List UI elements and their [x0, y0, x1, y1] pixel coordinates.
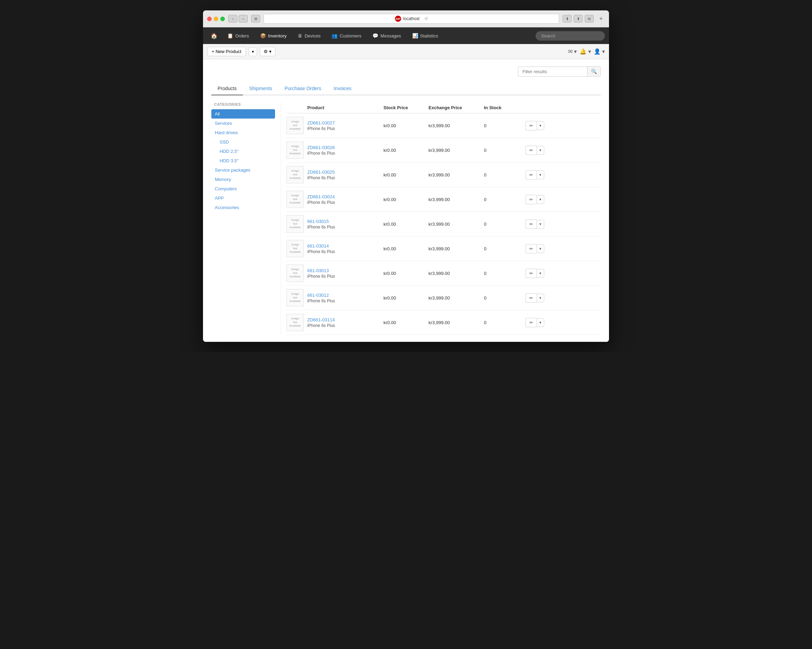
nav-search-input[interactable] [536, 31, 605, 41]
nav-item-statistics[interactable]: 📊 Statistics [408, 30, 443, 41]
product-image: ImageNotAvailable [287, 215, 304, 233]
nav-item-devices[interactable]: 🖥 Devices [293, 30, 325, 41]
user-icon-button[interactable]: 👤 ▾ [594, 48, 605, 55]
nav-item-orders[interactable]: 📋 Orders [223, 30, 254, 41]
product-stock-price: kr0.00 [383, 246, 429, 251]
tab-products[interactable]: Products [211, 82, 243, 95]
new-product-dropdown[interactable]: ▾ [249, 47, 257, 56]
sidebar-item-hdd35[interactable]: HDD 3,5" [211, 156, 275, 165]
traffic-lights [207, 17, 225, 21]
edit-button[interactable]: ✏ [525, 121, 537, 130]
product-image: ImageNotAvailable [287, 191, 304, 208]
sidebar-item-memory[interactable]: Memory [211, 175, 275, 184]
sidebar-item-all[interactable]: All [211, 109, 275, 119]
new-product-label: + New Product [212, 49, 241, 54]
product-list: ImageNotAvailable ZD661-03027 iPhone 6s … [287, 113, 601, 335]
product-sku-link[interactable]: 661-03014 [307, 243, 329, 249]
product-sku-link[interactable]: ZD661-03024 [307, 194, 335, 199]
product-in-stock: 0 [484, 320, 525, 325]
tabs: Products Shipments Purchase Orders Invoi… [211, 82, 601, 95]
content-area: CATEGORIES All Services Hard drives SSD … [211, 102, 601, 335]
product-sku-link[interactable]: 661-03015 [307, 219, 329, 224]
product-image-cell: ImageNotAvailable [287, 265, 307, 282]
filter-input[interactable] [518, 67, 587, 77]
tab-shipments[interactable]: Shipments [243, 82, 278, 95]
nav-item-customers[interactable]: 👥 Customers [327, 30, 366, 41]
add-tab-button[interactable]: + [597, 15, 605, 23]
edit-button[interactable]: ✏ [525, 269, 537, 278]
product-info-cell: ZD661-03024 iPhone 6s Plus [307, 194, 383, 205]
sidebar-item-computers[interactable]: Computers [211, 184, 275, 193]
bell-icon-button[interactable]: 🔔 ▾ [580, 48, 591, 55]
product-exchange-price: kr3,999.00 [429, 197, 484, 202]
mail-icon-button[interactable]: ✉ ▾ [568, 48, 577, 55]
table-row: ImageNotAvailable 661-03014 iPhone 6s Pl… [287, 236, 601, 261]
nav-label-customers: Customers [339, 33, 361, 38]
close-button[interactable] [207, 17, 212, 21]
back-button[interactable]: ‹ [228, 15, 237, 23]
edit-button[interactable]: ✏ [525, 145, 537, 155]
edit-button[interactable]: ✏ [525, 318, 537, 327]
table-row: ImageNotAvailable 661-03013 iPhone 6s Pl… [287, 261, 601, 286]
sidebar-item-hdd25[interactable]: HDD 2,5" [211, 147, 275, 156]
gear-button[interactable]: ⚙ ▾ [260, 47, 275, 56]
sidebar-item-service-packages[interactable]: Service packages [211, 165, 275, 175]
product-sku-link[interactable]: ZD661-03027 [307, 120, 335, 126]
tab-purchase-orders[interactable]: Purchase Orders [278, 82, 327, 95]
product-image: ImageNotAvailable [287, 166, 304, 184]
product-actions: ✏ ▾ [525, 121, 553, 130]
download-button[interactable]: ⬇ [563, 15, 572, 23]
edit-button[interactable]: ✏ [525, 244, 537, 253]
action-dropdown-button[interactable]: ▾ [537, 121, 544, 130]
product-image-cell: ImageNotAvailable [287, 215, 307, 233]
address-bar[interactable]: ABP localhost ↺ [264, 14, 559, 24]
nav-home[interactable]: 🏠 [207, 30, 221, 42]
col-in-stock: In Stock [484, 105, 525, 110]
sidebar-item-accessories[interactable]: Accessories [211, 203, 275, 212]
new-product-button[interactable]: + New Product [207, 47, 246, 56]
sidebar-item-services[interactable]: Services [211, 119, 275, 128]
action-dropdown-button[interactable]: ▾ [537, 318, 544, 327]
action-dropdown-button[interactable]: ▾ [537, 245, 544, 253]
sidebar-item-hard-drives[interactable]: Hard drives [211, 128, 275, 137]
product-stock-price: kr0.00 [383, 148, 429, 153]
fullscreen-button[interactable] [220, 17, 225, 21]
sidebar: CATEGORIES All Services Hard drives SSD … [211, 102, 281, 335]
action-dropdown-button[interactable]: ▾ [537, 146, 544, 155]
product-sku-link[interactable]: ZD661-03026 [307, 145, 335, 150]
product-sku-link[interactable]: ZD661-03025 [307, 170, 335, 175]
product-sku-link[interactable]: 661-03013 [307, 268, 329, 273]
minimize-button[interactable] [214, 17, 218, 21]
forward-button[interactable]: › [239, 15, 248, 23]
action-dropdown-button[interactable]: ▾ [537, 294, 544, 302]
edit-button[interactable]: ✏ [525, 219, 537, 229]
action-dropdown-button[interactable]: ▾ [537, 171, 544, 179]
product-image: ImageNotAvailable [287, 265, 304, 282]
edit-button[interactable]: ✏ [525, 293, 537, 303]
reader-button[interactable]: ⊞ [251, 15, 260, 23]
product-sku-link[interactable]: ZD661-03114 [307, 317, 335, 322]
product-sku-link[interactable]: 661-03012 [307, 292, 329, 298]
edit-button[interactable]: ✏ [525, 170, 537, 179]
edit-button[interactable]: ✏ [525, 195, 537, 204]
action-dropdown-button[interactable]: ▾ [537, 269, 544, 278]
table-row: ImageNotAvailable 661-03015 iPhone 6s Pl… [287, 212, 601, 236]
reload-button[interactable]: ↺ [424, 16, 428, 21]
product-name: iPhone 6s Plus [307, 323, 383, 328]
sidebar-item-ssd[interactable]: SSD [211, 137, 275, 147]
share-button[interactable]: ⬆ [574, 15, 583, 23]
filter-search-button[interactable]: 🔍 [587, 66, 601, 77]
nav-item-messages[interactable]: 💬 Messages [368, 30, 406, 41]
product-image: ImageNotAvailable [287, 117, 304, 134]
sidebar-item-app[interactable]: APP [211, 193, 275, 203]
new-tab-button[interactable]: ⧉ [585, 15, 594, 23]
action-dropdown-button[interactable]: ▾ [537, 220, 544, 228]
product-name: iPhone 6s Plus [307, 249, 383, 254]
tab-invoices[interactable]: Invoices [327, 82, 357, 95]
table-row: ImageNotAvailable ZD661-03114 iPhone 6s … [287, 310, 601, 335]
product-stock-price: kr0.00 [383, 197, 429, 202]
nav-item-inventory[interactable]: 📦 Inventory [255, 30, 292, 41]
action-dropdown-button[interactable]: ▾ [537, 195, 544, 204]
product-image: ImageNotAvailable [287, 141, 304, 159]
product-info-cell: 661-03014 iPhone 6s Plus [307, 243, 383, 254]
